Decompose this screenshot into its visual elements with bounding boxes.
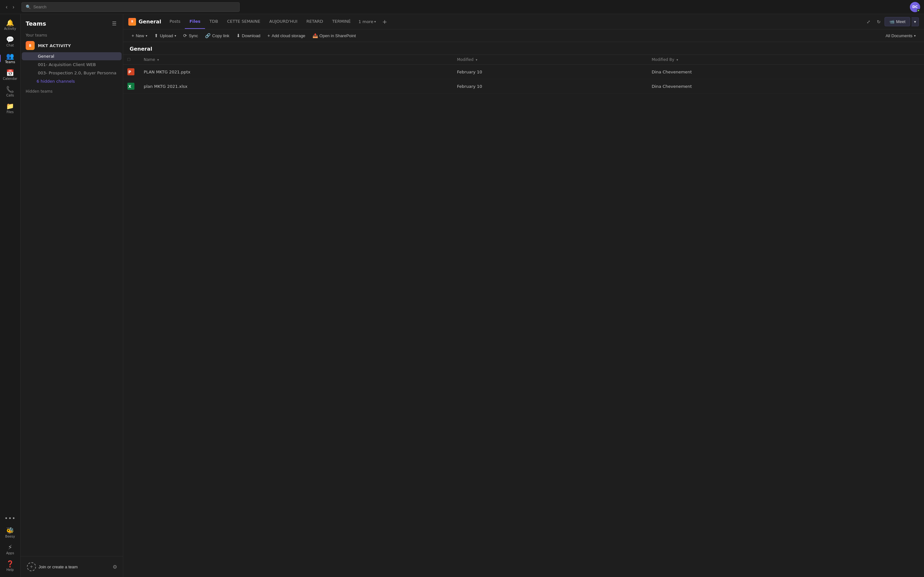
top-bar-right: DC	[910, 2, 920, 12]
team-name-mkt-activity: MKT ACTIVITY	[38, 43, 105, 48]
channel-name-general: General	[38, 54, 54, 59]
th-checkbox[interactable]: ☐	[123, 55, 139, 65]
more-tabs-button[interactable]: 1 more ▾	[355, 17, 379, 27]
sidebar-item-chat[interactable]: 💬 Chat	[2, 33, 19, 50]
file-checkbox-cell: X	[123, 79, 139, 93]
more-apps-dots[interactable]: •••	[2, 512, 19, 524]
channel-team-avatar: B	[128, 18, 136, 26]
download-icon: ⬇	[236, 33, 240, 38]
tab-posts[interactable]: Posts	[165, 15, 185, 29]
channel-item-general[interactable]: General	[22, 52, 121, 60]
chevron-down-icon: ▾	[374, 20, 376, 23]
sync-button[interactable]: ⟳ Sync	[180, 31, 201, 40]
sidebar-item-calendar[interactable]: 📅 Calendar	[2, 67, 19, 83]
tab-cette-semaine[interactable]: CETTE SEMAINE	[223, 15, 265, 29]
tab-files[interactable]: Files	[185, 15, 205, 29]
file-checkbox-cell: P	[123, 65, 139, 79]
file-name-cell: PLAN MKTG 2021.pptx	[139, 65, 452, 79]
team-avatar-mkt-activity: B	[26, 41, 35, 50]
expand-icon: ⤢	[867, 19, 871, 24]
new-chevron-icon: ▾	[145, 34, 147, 37]
apps-icon: ⚡	[8, 544, 12, 550]
search-bar[interactable]: 🔍	[21, 2, 240, 12]
join-create-team-button[interactable]: + Join or create a team	[24, 560, 108, 573]
tab-termine[interactable]: TERMINÉ	[328, 15, 355, 29]
table-row[interactable]: P PLAN MKTG 2021.pptx February 10 Dina C…	[123, 65, 924, 79]
teams-icon: 👥	[6, 53, 14, 59]
channel-item-001-acquisition[interactable]: 001- Acquisition Client WEB	[22, 61, 121, 69]
add-tab-button[interactable]: +	[379, 16, 390, 27]
file-icon-placeholder: ☐	[127, 57, 131, 62]
team-item-mkt-activity[interactable]: B MKT ACTIVITY •••	[22, 39, 121, 52]
open-sharepoint-button[interactable]: 📤 Open in SharePoint	[309, 31, 359, 40]
video-icon: 📹	[889, 19, 895, 24]
sidebar-item-teams[interactable]: 👥 Teams	[2, 50, 19, 67]
channel-tabs: Posts Files TDB CETTE SEMAINE AUJOURD'HU…	[165, 15, 861, 29]
download-button[interactable]: ⬇ Download	[233, 31, 264, 40]
sidebar-title: Teams	[26, 20, 46, 27]
channel-item-003-prospection[interactable]: 003- Prospection 2.0, Buyer Personna	[22, 69, 121, 77]
file-modified-cell: February 10	[452, 65, 647, 79]
teams-settings-button[interactable]: ⚙	[111, 562, 119, 572]
modified-sort-icon: ▾	[476, 58, 477, 61]
file-modified-by-cell: Dina Chevenement	[646, 65, 924, 79]
main-content: B General Posts Files TDB CETTE SEMAINE …	[123, 14, 924, 577]
files-icon: 📁	[6, 103, 14, 109]
hidden-channels-link[interactable]: 6 hidden channels	[21, 77, 123, 85]
all-documents-button[interactable]: All Documents ▾	[882, 32, 919, 40]
cloud-icon: +	[268, 33, 270, 38]
hidden-teams-label: Hidden teams	[21, 85, 123, 95]
search-input[interactable]	[33, 5, 236, 9]
file-modified-by-cell: Dina Chevenement	[646, 79, 924, 93]
file-type-icon: X	[127, 82, 135, 90]
calendar-icon: 📅	[6, 69, 14, 76]
files-section-title: General	[123, 42, 924, 55]
filter-button[interactable]: ☰	[111, 19, 118, 28]
new-button[interactable]: + New ▾	[128, 31, 150, 40]
files-table: ☐ Name ▾ Modified ▾ Modified By ▾	[123, 55, 924, 93]
avatar[interactable]: DC	[910, 2, 920, 12]
sidebar-item-help[interactable]: ❓ Help	[2, 558, 19, 574]
file-name-cell: plan MKTG 2021.xlsx	[139, 79, 452, 93]
sidebar-footer: + Join or create a team ⚙	[21, 556, 123, 577]
refresh-button[interactable]: ↻	[874, 17, 883, 26]
search-icon: 🔍	[26, 5, 31, 9]
back-button[interactable]: ‹	[4, 3, 9, 11]
add-cloud-button[interactable]: + Add cloud storage	[264, 31, 309, 40]
files-area: General ☐ Name ▾ Modified ▾	[123, 42, 924, 577]
sidebar-item-files[interactable]: 📁 Files	[2, 100, 19, 117]
sidebar-item-activity[interactable]: 🔔 Activity	[2, 17, 19, 33]
sidebar-item-calls[interactable]: 📞 Calls	[2, 83, 19, 100]
upload-button[interactable]: ⬆ Upload ▾	[151, 31, 179, 40]
avatar-status	[917, 9, 920, 12]
th-name[interactable]: Name ▾	[139, 55, 452, 65]
activity-icon: 🔔	[6, 19, 14, 26]
sidebar-item-apps[interactable]: ⚡ Apps	[2, 541, 19, 558]
sync-icon: ⟳	[183, 33, 187, 38]
tab-aujourd-hui[interactable]: AUJOURD'HUI	[265, 15, 302, 29]
th-modified-by[interactable]: Modified By ▾	[646, 55, 924, 65]
tab-retard[interactable]: RETARD	[302, 15, 328, 29]
forward-button[interactable]: ›	[11, 3, 16, 11]
file-name-text: plan MKTG 2021.xlsx	[144, 84, 187, 89]
channel-name-003: 003- Prospection 2.0, Buyer Personna	[38, 71, 116, 75]
channel-header: B General Posts Files TDB CETTE SEMAINE …	[123, 14, 924, 29]
th-modified[interactable]: Modified ▾	[452, 55, 647, 65]
expand-button[interactable]: ⤢	[864, 17, 873, 26]
name-sort-icon: ▾	[157, 58, 159, 61]
refresh-icon: ↻	[877, 19, 881, 24]
file-type-icon: P	[127, 68, 135, 76]
sidebar-item-beesy[interactable]: 🐝 Beesy	[2, 524, 19, 541]
copy-link-button[interactable]: 🔗 Copy link	[202, 31, 232, 40]
upload-icon: ⬆	[154, 33, 158, 38]
meet-dropdown-button[interactable]: ▾	[911, 17, 919, 26]
table-row[interactable]: X plan MKTG 2021.xlsx February 10 Dina C…	[123, 79, 924, 93]
tab-tdb[interactable]: TDB	[205, 15, 223, 29]
beesy-icon: 🐝	[6, 527, 14, 534]
file-modified-cell: February 10	[452, 79, 647, 93]
files-table-body: P PLAN MKTG 2021.pptx February 10 Dina C…	[123, 65, 924, 93]
meet-button[interactable]: 📹 Meet	[885, 17, 910, 26]
header-actions: ⤢ ↻ 📹 Meet ▾	[864, 17, 919, 26]
svg-text:X: X	[128, 84, 132, 89]
upload-chevron-icon: ▾	[174, 34, 176, 37]
